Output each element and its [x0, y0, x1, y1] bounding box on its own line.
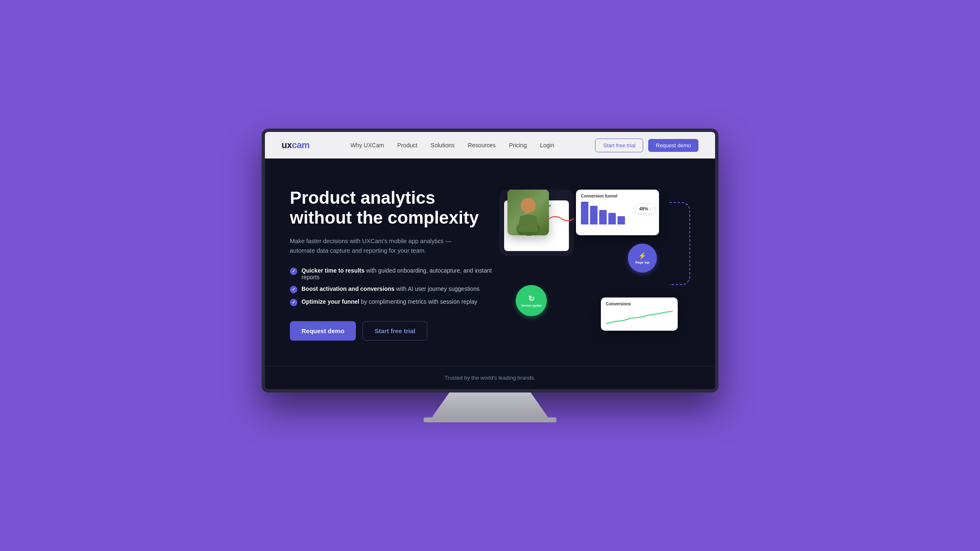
funnel-bar-2 — [590, 206, 598, 224]
funnel-card: Conversion funnel 48% ↓ — [576, 190, 659, 235]
hero-subtitle: Make faster decisions with UXCam's mobil… — [290, 236, 473, 256]
funnel-bar-5 — [617, 216, 625, 224]
hero-section: Product analytics without the complexity… — [265, 158, 715, 366]
check-icon-2 — [290, 286, 297, 293]
person-card — [507, 190, 549, 235]
nav-links: Why UXCam Product Solutions Resources Pr… — [350, 142, 554, 149]
connector-svg — [549, 212, 574, 225]
feature-text-3: Optimize your funnel by complimenting me… — [301, 298, 477, 305]
hero-request-demo-button[interactable]: Request demo — [290, 321, 356, 341]
funnel-bar-4 — [608, 213, 616, 224]
percent-badge: 48% ↓ — [636, 204, 655, 213]
person-image — [507, 190, 549, 235]
arrow-down-icon: ↓ — [649, 206, 652, 212]
monitor: uxcam Why UXCam Product Solutions Resour… — [262, 129, 718, 393]
nav-login[interactable]: Login — [540, 142, 554, 149]
nav-product[interactable]: Product — [397, 142, 417, 149]
feature-item-3: Optimize your funnel by complimenting me… — [290, 298, 499, 306]
feature-text-1: Quicker time to results with guided onbo… — [301, 267, 499, 280]
feature-list: Quicker time to results with guided onbo… — [290, 267, 499, 306]
check-icon-1 — [290, 268, 297, 275]
logo: uxcam — [282, 140, 309, 151]
feature-bold-3: Optimize your funnel — [301, 298, 359, 305]
trusted-bar: Trusted by the world's leading brands. — [265, 366, 715, 389]
rage-tap-icon: ⚡ — [638, 252, 647, 260]
nav-buttons: Start free trial Request demo — [595, 139, 698, 152]
feature-rest-2: with AI user journey suggestions — [394, 285, 480, 292]
navbar: uxcam Why UXCam Product Solutions Resour… — [265, 132, 715, 158]
hero-buttons: Request demo Start free trial — [290, 321, 499, 341]
hero-title: Product analytics without the complexity — [290, 188, 499, 228]
version-update-icon: ↻ — [528, 294, 534, 303]
funnel-bar-3 — [599, 210, 607, 224]
nav-resources[interactable]: Resources — [468, 142, 496, 149]
feature-item-2: Boost activation and conversions with AI… — [290, 285, 499, 293]
conversions-chart — [606, 309, 673, 325]
feature-bold-2: Boost activation and conversions — [301, 285, 394, 292]
feature-item-1: Quicker time to results with guided onbo… — [290, 267, 499, 280]
version-update-badge: ↻ Version update — [516, 285, 547, 316]
hero-left: Product analytics without the complexity… — [290, 188, 499, 341]
conversions-title: Conversions — [606, 302, 673, 306]
nav-pricing[interactable]: Pricing — [509, 142, 527, 149]
feature-rest-3: by complimenting metrics with session re… — [359, 298, 477, 305]
monitor-wrapper: uxcam Why UXCam Product Solutions Resour… — [262, 129, 718, 422]
trusted-text: Trusted by the world's leading brands. — [290, 375, 690, 381]
nav-why-uxcam[interactable]: Why UXCam — [350, 142, 384, 149]
dashed-connector — [669, 202, 690, 285]
monitor-base — [424, 417, 556, 422]
hero-start-trial-button[interactable]: Start free trial — [363, 321, 427, 341]
nav-request-demo-button[interactable]: Request demo — [648, 139, 698, 152]
nav-start-trial-button[interactable]: Start free trial — [595, 139, 643, 152]
feature-bold-1: Quicker time to results — [301, 267, 365, 274]
rage-tap-label: Rage tap — [635, 261, 649, 264]
check-icon-3 — [290, 299, 297, 306]
nav-solutions[interactable]: Solutions — [431, 142, 455, 149]
monitor-stand — [432, 393, 548, 417]
conversions-card: Conversions — [601, 297, 678, 331]
percent-value: 48% — [639, 206, 648, 211]
hero-illustration: Conversion funnel 48% ↓ — [499, 190, 690, 339]
svg-point-0 — [521, 198, 536, 213]
funnel-card-title: Conversion funnel — [581, 194, 654, 198]
version-update-label: Version update — [521, 304, 541, 307]
feature-text-2: Boost activation and conversions with AI… — [301, 285, 480, 292]
rage-tap-badge: ⚡ Rage tap — [628, 244, 657, 273]
funnel-bar-1 — [581, 202, 588, 224]
